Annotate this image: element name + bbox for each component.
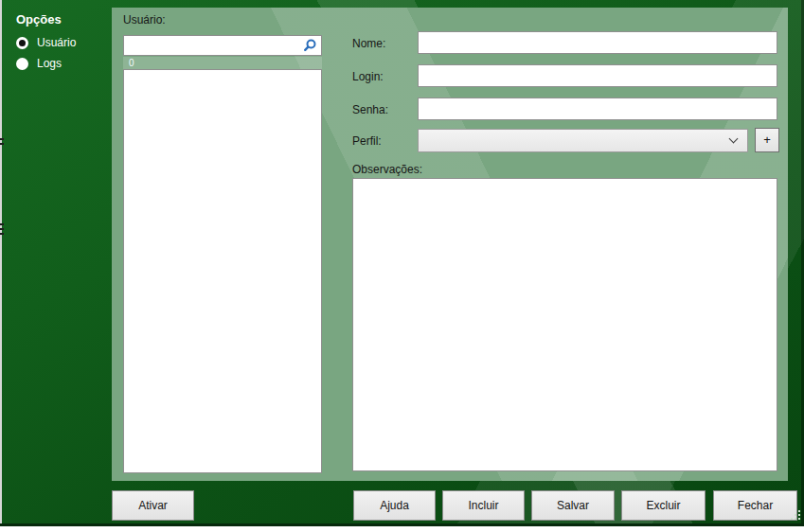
left-edge-mark: [0, 143, 4, 145]
incluir-button[interactable]: Incluir: [442, 490, 525, 521]
left-edge-mark: [0, 228, 4, 230]
senha-field[interactable]: [418, 98, 777, 120]
result-count: 0: [123, 57, 322, 69]
usuario-search-box[interactable]: [123, 35, 322, 56]
search-icon[interactable]: [302, 38, 317, 53]
salvar-button[interactable]: Salvar: [531, 490, 615, 521]
nome-field[interactable]: [418, 31, 777, 54]
left-edge-mark: [0, 233, 4, 235]
ativar-button[interactable]: Ativar: [112, 490, 194, 521]
login-label: Login:: [352, 70, 384, 83]
excluir-button[interactable]: Excluir: [621, 490, 706, 521]
radio-logs[interactable]: Logs: [16, 57, 62, 70]
observacoes-field[interactable]: [352, 178, 777, 471]
options-group-title: Opções: [16, 12, 62, 27]
chevron-down-icon[interactable]: [729, 134, 739, 144]
left-edge-mark: [0, 223, 4, 225]
content-panel: Usuário: 0 Nome: Login: Senha: Perfil: O…: [112, 8, 788, 481]
usuario-list-label: Usuário:: [123, 13, 166, 27]
fechar-button[interactable]: Fechar: [713, 490, 797, 521]
add-perfil-button[interactable]: +: [755, 128, 779, 152]
resize-grip-icon[interactable]: [789, 508, 800, 520]
observacoes-label: Observações:: [352, 163, 422, 176]
ajuda-button[interactable]: Ajuda: [353, 490, 436, 521]
usuario-search-input[interactable]: [124, 36, 302, 55]
login-field[interactable]: [418, 64, 777, 87]
usuario-list[interactable]: [123, 69, 322, 473]
user-management-window: Opções Usuário Logs Usuário: 0 Nome: Log…: [0, 0, 804, 526]
nome-label: Nome:: [352, 37, 385, 50]
perfil-select[interactable]: [418, 129, 748, 152]
senha-label: Senha:: [352, 103, 388, 116]
radio-usuario[interactable]: Usuário: [16, 36, 76, 49]
perfil-label: Perfil:: [352, 134, 382, 148]
radio-logs-icon[interactable]: [16, 58, 28, 70]
radio-usuario-icon[interactable]: [16, 37, 28, 49]
radio-usuario-label[interactable]: Usuário: [37, 36, 76, 49]
radio-logs-label[interactable]: Logs: [37, 57, 62, 70]
left-edge-mark: [0, 138, 4, 140]
window-left-edge: [0, 0, 2, 526]
